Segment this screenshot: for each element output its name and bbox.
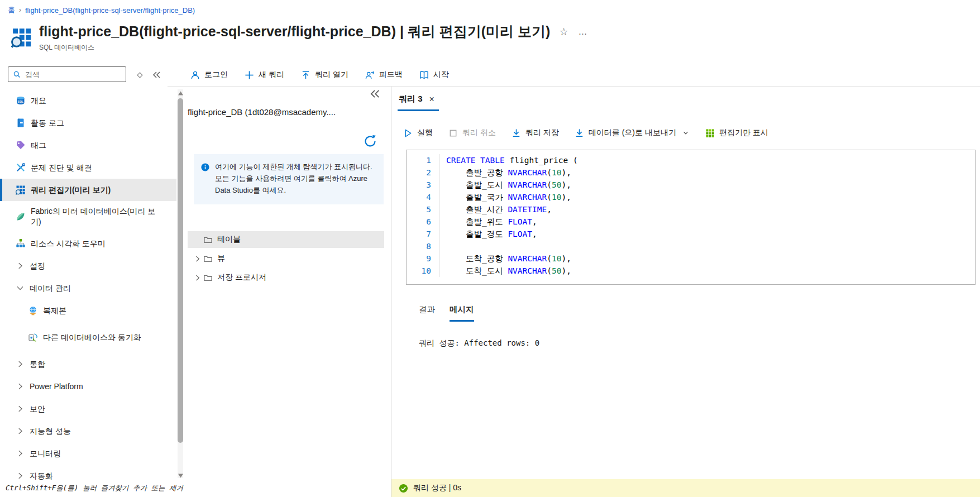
code-content bbox=[439, 240, 975, 252]
line-number: 2 bbox=[407, 166, 439, 179]
resource-visualizer-icon bbox=[16, 238, 26, 248]
start-button[interactable]: 시작 bbox=[419, 70, 449, 80]
tree-item-label: 저장 프로시저 bbox=[217, 273, 266, 283]
more-options-icon[interactable]: … bbox=[579, 27, 588, 37]
sidebar-item[interactable]: 설정 bbox=[0, 255, 176, 277]
chevron-right-icon bbox=[16, 404, 25, 413]
query-editor-icon bbox=[16, 185, 26, 195]
sidebar-item-label: 태그 bbox=[31, 140, 160, 151]
breadcrumb-current-link[interactable]: flight-price_DB(flight-price-sql-server/… bbox=[25, 6, 195, 15]
sidebar-item[interactable]: Fabric의 미러 데이터베이스(미리 보기) bbox=[0, 201, 176, 232]
query-tab[interactable]: 쿼리 3 × bbox=[399, 94, 434, 104]
explorer-database-title: flight-price_DB (1dt028@msacademy.... bbox=[188, 107, 361, 117]
sidebar-item[interactable]: 문제 진단 및 해결 bbox=[0, 156, 176, 179]
line-number: 3 bbox=[407, 179, 439, 191]
sidebar-item-label: 통합 bbox=[30, 359, 159, 370]
tree-item-tables[interactable]: 테이블 bbox=[188, 231, 384, 248]
cancel-query-button[interactable]: 쿼리 취소 bbox=[448, 128, 496, 138]
sidebar-item[interactable]: 활동 로그 bbox=[0, 112, 176, 134]
chevron-right-icon bbox=[193, 255, 202, 263]
line-number: 9 bbox=[407, 252, 439, 265]
sidebar-item[interactable]: SQL개요 bbox=[0, 89, 176, 112]
code-line: 3 출발_도시 NVARCHAR(50), bbox=[407, 179, 975, 191]
code-content: CREATE TABLE flight_price ( bbox=[439, 154, 975, 166]
code-line: 6 출발_위도 FLOAT, bbox=[407, 216, 975, 228]
page-subtitle: SQL 데이터베이스 bbox=[39, 43, 588, 52]
sidebar-item-label: 리소스 시각화 도우미 bbox=[31, 238, 160, 249]
sidebar-item-label: Power Platform bbox=[30, 381, 159, 392]
scroll-down-icon[interactable] bbox=[178, 474, 183, 478]
tree-chevron-spacer bbox=[193, 236, 202, 244]
line-number: 8 bbox=[407, 240, 439, 252]
sidebar-item[interactable]: 통합 bbox=[0, 353, 176, 375]
sql-query-editor-icon bbox=[11, 27, 32, 48]
search-input[interactable] bbox=[24, 70, 121, 79]
object-explorer-tree: 테이블뷰저장 프로시저 bbox=[188, 231, 384, 288]
sidebar-collapse-icon[interactable] bbox=[151, 70, 161, 80]
tab-results[interactable]: 결과 bbox=[419, 304, 435, 322]
tree-item-views[interactable]: 뷰 bbox=[188, 250, 384, 267]
new-query-button[interactable]: 새 쿼리 bbox=[245, 70, 284, 80]
sidebar-item[interactable]: 보안 bbox=[0, 398, 176, 420]
sidebar-item[interactable]: 지능형 성능 bbox=[0, 420, 176, 442]
sidebar-item[interactable]: 자동화 bbox=[0, 465, 176, 480]
sidebar-scrollbar-thumb[interactable] bbox=[178, 98, 183, 443]
close-icon[interactable]: × bbox=[429, 94, 434, 104]
open-query-button[interactable]: 쿼리 열기 bbox=[301, 70, 348, 80]
code-line: 10 도착_도시 NVARCHAR(50), bbox=[407, 265, 975, 277]
run-button[interactable]: 실행 bbox=[403, 128, 433, 138]
signin-button[interactable]: 로그인 bbox=[190, 70, 228, 80]
chevron-right-icon bbox=[16, 449, 25, 458]
breadcrumb: 홈 › flight-price_DB(flight-price-sql-ser… bbox=[8, 5, 195, 15]
tree-item-stored-procedures[interactable]: 저장 프로시저 bbox=[188, 269, 384, 286]
sidebar-item[interactable]: 태그 bbox=[0, 134, 176, 156]
active-tab-underline bbox=[398, 109, 439, 111]
line-number: 1 bbox=[407, 154, 439, 166]
sidebar-item[interactable]: 모니터링 bbox=[0, 442, 176, 465]
sql-code-editor[interactable]: 1CREATE TABLE flight_price (2 출발_공항 NVAR… bbox=[406, 150, 976, 285]
folder-icon bbox=[203, 254, 213, 264]
explorer-collapse-icon[interactable] bbox=[369, 88, 381, 100]
editor-grid-icon bbox=[705, 128, 715, 138]
feedback-button[interactable]: 피드백 bbox=[365, 70, 403, 80]
resource-menu: SQL개요활동 로그태그문제 진단 및 해결쿼리 편집기(미리 보기)Fabri… bbox=[0, 89, 176, 480]
tab-messages[interactable]: 메시지 bbox=[450, 304, 474, 322]
code-content: 출발_도시 NVARCHAR(50), bbox=[439, 179, 975, 191]
query-result-message: 쿼리 성공: Affected rows: 0 bbox=[419, 338, 539, 348]
code-line: 7 출발_경도 FLOAT, bbox=[407, 228, 975, 240]
sidebar-item[interactable]: 다른 데이터베이스와 동기화 bbox=[0, 322, 176, 353]
sidebar-item[interactable]: 리소스 시각화 도우미 bbox=[0, 232, 176, 255]
download-icon bbox=[575, 128, 584, 138]
code-content: 출발_시간 DATETIME, bbox=[439, 203, 975, 216]
book-icon bbox=[419, 70, 429, 80]
sidebar-item[interactable]: 복제본 bbox=[0, 299, 176, 322]
new-query-button-label: 새 쿼리 bbox=[259, 70, 284, 80]
chevron-right-icon bbox=[16, 360, 25, 369]
diamond-icon[interactable] bbox=[136, 71, 144, 79]
chevron-right-icon bbox=[16, 261, 25, 270]
sidebar-item[interactable]: 데이터 관리 bbox=[0, 277, 176, 299]
breadcrumb-home-link[interactable]: 홈 bbox=[8, 5, 15, 15]
editor-only-button[interactable]: 편집기만 표시 bbox=[705, 128, 768, 138]
export-data-button[interactable]: 데이터를 (으)로 내보내기 bbox=[575, 128, 690, 138]
svg-text:SQL: SQL bbox=[18, 100, 23, 103]
chevron-right-icon bbox=[16, 427, 25, 436]
dropdown-chevron-icon bbox=[682, 129, 690, 137]
code-content: 출발_경도 FLOAT, bbox=[439, 228, 975, 240]
refresh-icon[interactable] bbox=[363, 134, 377, 149]
code-line: 8 bbox=[407, 240, 975, 252]
scroll-up-icon[interactable] bbox=[178, 91, 183, 95]
sidebar-item-label: 자동화 bbox=[30, 471, 159, 480]
explorer-info-text: 여기에 기능이 제한된 개체 탐색기가 표시됩니다. 모든 기능을 사용하려면 … bbox=[215, 161, 377, 196]
sidebar-item[interactable]: Power Platform bbox=[0, 375, 176, 398]
page-title: flight-price_DB(flight-price-sql-server/… bbox=[39, 22, 550, 41]
sidebar-item-label: Fabric의 미러 데이터베이스(미리 보기) bbox=[31, 206, 160, 227]
sidebar-item-query-editor[interactable]: 쿼리 편집기(미리 보기) bbox=[0, 179, 176, 201]
export-data-button-label: 데이터를 (으)로 내보내기 bbox=[589, 128, 676, 138]
sidebar-item-label: 보안 bbox=[30, 404, 159, 414]
feedback-icon bbox=[365, 70, 375, 80]
favorite-star-icon[interactable]: ☆ bbox=[559, 26, 568, 38]
save-query-button[interactable]: 쿼리 저장 bbox=[511, 128, 559, 138]
open-query-button-label: 쿼리 열기 bbox=[315, 70, 348, 80]
plus-icon bbox=[245, 70, 254, 80]
